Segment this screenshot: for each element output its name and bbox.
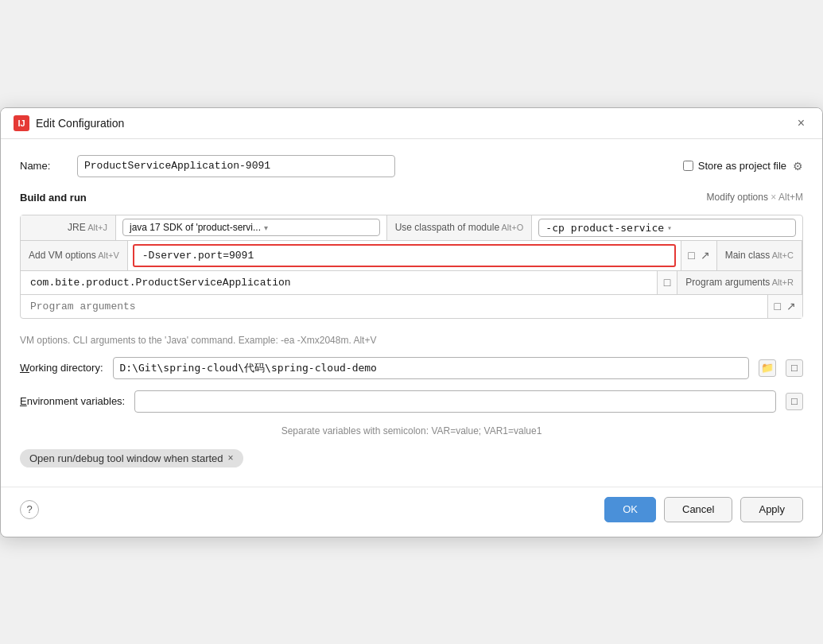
app-icon: IJ [14, 115, 29, 131]
environment-variables-edit-button[interactable]: □ [786, 393, 803, 410]
prog-args-label-cell: Program arguments Alt+R [677, 271, 802, 294]
jre-label: JRE [68, 222, 86, 233]
vm-options-actions-cell: □ ↗ [681, 241, 716, 270]
prog-args-expand-button[interactable]: ↗ [785, 298, 798, 314]
main-class-input[interactable] [27, 275, 650, 290]
vm-options-input-wrapper [133, 244, 676, 267]
tag-label: Open run/debug tool window when started [29, 452, 223, 464]
tag-chip: Open run/debug tool window when started … [20, 449, 243, 467]
prog-args-input[interactable] [27, 299, 761, 314]
prog-args-actions-cell: □ ↗ [767, 295, 802, 318]
cancel-button[interactable]: Cancel [664, 497, 732, 522]
vm-options-input-cell [128, 241, 681, 270]
tag-close-button[interactable]: × [228, 452, 234, 464]
classpath-shortcut: Alt+O [499, 223, 523, 232]
vm-options-copy-button[interactable]: □ [686, 247, 696, 263]
title-bar-left: IJ Edit Configuration [14, 115, 124, 131]
sdk-chevron-icon: ▾ [264, 223, 268, 232]
main-class-shortcut: Alt+C [770, 250, 794, 260]
vm-options-input[interactable] [139, 248, 670, 263]
environment-variables-label: Environment variables: [20, 395, 125, 407]
vm-options-shortcut: Alt+V [96, 250, 119, 260]
classpath-select[interactable]: -cp product-service ▾ [538, 219, 796, 237]
apply-button[interactable]: Apply [740, 497, 803, 522]
main-class-label: Main class [725, 250, 771, 261]
edit-configuration-dialog: IJ Edit Configuration × Name: Store as p… [0, 107, 823, 537]
classpath-value: -cp product-service [545, 222, 664, 234]
prog-args-copy-button[interactable]: □ [773, 298, 782, 314]
classpath-chevron-icon: ▾ [667, 223, 672, 232]
name-label: Name: [20, 160, 68, 172]
modify-options-shortcut: Alt+M [778, 192, 803, 203]
jre-sdk-row: JRE Alt+J java 17 SDK of 'product-servi.… [21, 215, 802, 241]
footer-left: ? [20, 500, 39, 519]
classpath-label-cell: Use classpath of module Alt+O [386, 215, 533, 240]
store-project-row: Store as project file ⚙ [683, 160, 803, 173]
environment-variables-row: Environment variables: □ [20, 390, 803, 413]
prog-args-value-cell [21, 295, 767, 318]
classpath-label: Use classpath of module [395, 222, 499, 233]
tag-row: Open run/debug tool window when started … [20, 449, 803, 467]
jre-shortcut: Alt+J [86, 223, 107, 232]
main-class-copy-button[interactable]: □ [662, 274, 672, 290]
vm-options-label-cell: Add VM options Alt+V [21, 241, 128, 270]
dialog-footer: ? OK Cancel Apply [1, 487, 822, 537]
sdk-dropdown[interactable]: java 17 SDK of 'product-servi... ▾ [122, 219, 380, 236]
main-class-actions-cell: □ [657, 271, 677, 294]
title-bar: IJ Edit Configuration × [1, 108, 822, 139]
sdk-value: java 17 SDK of 'product-servi... [130, 222, 261, 233]
modify-options-link[interactable]: Modify options × Alt+M [707, 192, 803, 203]
working-directory-label: Working directory: [20, 362, 103, 374]
vm-options-row: Add VM options Alt+V □ ↗ Main class [21, 241, 802, 271]
main-class-value-cell [21, 271, 657, 294]
prog-args-label: Program arguments [685, 277, 770, 288]
working-directory-folder-button[interactable]: 📁 [759, 359, 776, 377]
classpath-value-cell: -cp product-service ▾ [532, 215, 802, 240]
ok-button[interactable]: OK [604, 497, 656, 522]
footer-right: OK Cancel Apply [604, 497, 803, 522]
section-title: Build and run [20, 192, 87, 204]
prog-args-row: □ ↗ [21, 295, 802, 318]
dialog-title: Edit Configuration [36, 117, 124, 130]
main-class-row: □ Program arguments Alt+R [21, 271, 802, 295]
hint-text: VM options. CLI arguments to the 'Java' … [20, 330, 803, 346]
help-button[interactable]: ? [20, 500, 39, 519]
close-button[interactable]: × [793, 114, 809, 132]
environment-variables-input[interactable] [134, 390, 776, 413]
gear-icon[interactable]: ⚙ [793, 160, 803, 173]
working-directory-input[interactable] [113, 357, 749, 379]
dialog-body: Name: Store as project file ⚙ Build and … [1, 139, 822, 483]
name-row: Name: Store as project file ⚙ [20, 155, 803, 177]
main-class-label-cell: Main class Alt+C [716, 241, 802, 270]
name-input[interactable] [77, 155, 395, 177]
store-project-label: Store as project file [698, 160, 786, 172]
build-run-section: JRE Alt+J java 17 SDK of 'product-servi.… [20, 215, 803, 319]
jre-label-cell: JRE Alt+J [21, 215, 116, 240]
sdk-cell: java 17 SDK of 'product-servi... ▾ [116, 215, 386, 240]
working-directory-edit-button[interactable]: □ [786, 359, 803, 377]
modify-options-label: Modify options [707, 192, 768, 203]
separator-hint: Separate variables with semicolon: VAR=v… [20, 424, 803, 438]
prog-args-shortcut: Alt+R [770, 277, 794, 287]
vm-options-expand-button[interactable]: ↗ [699, 247, 712, 263]
working-directory-row: Working directory: 📁 □ [20, 357, 803, 379]
vm-options-label: Add VM options [29, 250, 96, 261]
section-header: Build and run Modify options × Alt+M [20, 192, 803, 204]
store-project-checkbox-label[interactable]: Store as project file [683, 160, 786, 172]
store-project-checkbox[interactable] [683, 161, 693, 171]
